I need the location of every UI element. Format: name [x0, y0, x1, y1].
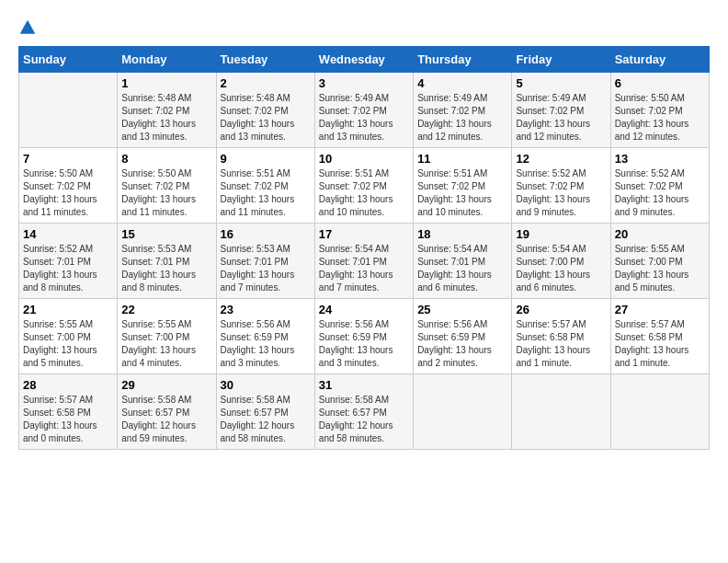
calendar-cell: 26Sunrise: 5:57 AM Sunset: 6:58 PM Dayli…: [512, 299, 610, 374]
calendar-cell: [512, 374, 610, 450]
calendar-cell: 9Sunrise: 5:51 AM Sunset: 7:02 PM Daylig…: [216, 148, 314, 224]
calendar-cell: 27Sunrise: 5:57 AM Sunset: 6:58 PM Dayli…: [610, 299, 709, 374]
calendar-cell: 7Sunrise: 5:50 AM Sunset: 7:02 PM Daylig…: [19, 148, 118, 224]
calendar-cell: 15Sunrise: 5:53 AM Sunset: 7:01 PM Dayli…: [118, 224, 216, 299]
calendar-cell: 11Sunrise: 5:51 AM Sunset: 7:02 PM Dayli…: [414, 148, 512, 224]
day-info: Sunrise: 5:51 AM Sunset: 7:02 PM Dayligh…: [417, 167, 507, 219]
page-header: [18, 18, 710, 37]
day-number: 31: [319, 378, 409, 392]
day-number: 28: [23, 378, 113, 392]
calendar-cell: 21Sunrise: 5:55 AM Sunset: 7:00 PM Dayli…: [19, 299, 118, 374]
day-number: 14: [23, 227, 113, 241]
day-number: 19: [516, 227, 606, 241]
day-number: 1: [121, 76, 211, 90]
day-header-thursday: Thursday: [414, 47, 512, 73]
calendar-cell: [19, 73, 118, 148]
day-info: Sunrise: 5:58 AM Sunset: 6:57 PM Dayligh…: [121, 394, 211, 445]
day-number: 15: [121, 227, 211, 241]
day-info: Sunrise: 5:56 AM Sunset: 6:59 PM Dayligh…: [221, 318, 311, 370]
calendar-table: SundayMondayTuesdayWednesdayThursdayFrid…: [18, 46, 710, 450]
calendar-week-row: 28Sunrise: 5:57 AM Sunset: 6:58 PM Dayli…: [19, 374, 710, 450]
day-info: Sunrise: 5:57 AM Sunset: 6:58 PM Dayligh…: [516, 318, 606, 370]
calendar-cell: 31Sunrise: 5:58 AM Sunset: 6:57 PM Dayli…: [314, 374, 413, 450]
day-number: 22: [121, 303, 211, 316]
calendar-cell: 30Sunrise: 5:58 AM Sunset: 6:57 PM Dayli…: [216, 374, 314, 450]
day-info: Sunrise: 5:56 AM Sunset: 6:59 PM Dayligh…: [417, 318, 507, 370]
day-info: Sunrise: 5:49 AM Sunset: 7:02 PM Dayligh…: [516, 92, 606, 144]
day-info: Sunrise: 5:52 AM Sunset: 7:02 PM Dayligh…: [615, 167, 705, 219]
day-info: Sunrise: 5:49 AM Sunset: 7:02 PM Dayligh…: [319, 92, 409, 144]
day-info: Sunrise: 5:58 AM Sunset: 6:57 PM Dayligh…: [221, 394, 311, 445]
day-number: 20: [615, 227, 705, 241]
day-info: Sunrise: 5:58 AM Sunset: 6:57 PM Dayligh…: [319, 394, 409, 445]
calendar-cell: [610, 374, 709, 450]
day-number: 30: [221, 378, 311, 392]
calendar-week-row: 1Sunrise: 5:48 AM Sunset: 7:02 PM Daylig…: [19, 73, 710, 148]
logo-icon: [18, 18, 37, 37]
day-info: Sunrise: 5:53 AM Sunset: 7:01 PM Dayligh…: [221, 243, 311, 294]
calendar-cell: 13Sunrise: 5:52 AM Sunset: 7:02 PM Dayli…: [610, 148, 709, 224]
calendar-cell: [414, 374, 512, 450]
day-info: Sunrise: 5:52 AM Sunset: 7:01 PM Dayligh…: [23, 243, 113, 294]
day-info: Sunrise: 5:50 AM Sunset: 7:02 PM Dayligh…: [615, 92, 705, 144]
calendar-cell: 6Sunrise: 5:50 AM Sunset: 7:02 PM Daylig…: [610, 73, 709, 148]
day-info: Sunrise: 5:49 AM Sunset: 7:02 PM Dayligh…: [417, 92, 507, 144]
day-info: Sunrise: 5:57 AM Sunset: 6:58 PM Dayligh…: [615, 318, 705, 370]
day-info: Sunrise: 5:50 AM Sunset: 7:02 PM Dayligh…: [23, 167, 113, 219]
calendar-cell: 24Sunrise: 5:56 AM Sunset: 6:59 PM Dayli…: [314, 299, 413, 374]
calendar-cell: 18Sunrise: 5:54 AM Sunset: 7:01 PM Dayli…: [414, 224, 512, 299]
day-header-monday: Monday: [118, 47, 216, 73]
day-header-tuesday: Tuesday: [216, 47, 314, 73]
logo: [18, 18, 44, 37]
calendar-week-row: 7Sunrise: 5:50 AM Sunset: 7:02 PM Daylig…: [19, 148, 710, 224]
calendar-cell: 2Sunrise: 5:48 AM Sunset: 7:02 PM Daylig…: [216, 73, 314, 148]
day-info: Sunrise: 5:51 AM Sunset: 7:02 PM Dayligh…: [319, 167, 409, 219]
calendar-week-row: 21Sunrise: 5:55 AM Sunset: 7:00 PM Dayli…: [19, 299, 710, 374]
day-info: Sunrise: 5:50 AM Sunset: 7:02 PM Dayligh…: [121, 167, 211, 219]
day-number: 21: [23, 303, 113, 316]
calendar-cell: 3Sunrise: 5:49 AM Sunset: 7:02 PM Daylig…: [314, 73, 413, 148]
day-info: Sunrise: 5:53 AM Sunset: 7:01 PM Dayligh…: [121, 243, 211, 294]
day-number: 17: [319, 227, 409, 241]
calendar-cell: 4Sunrise: 5:49 AM Sunset: 7:02 PM Daylig…: [414, 73, 512, 148]
day-number: 26: [516, 303, 606, 316]
day-number: 2: [221, 76, 311, 90]
day-number: 10: [319, 152, 409, 166]
day-number: 3: [319, 76, 409, 90]
calendar-week-row: 14Sunrise: 5:52 AM Sunset: 7:01 PM Dayli…: [19, 224, 710, 299]
day-info: Sunrise: 5:51 AM Sunset: 7:02 PM Dayligh…: [221, 167, 311, 219]
day-header-friday: Friday: [512, 47, 610, 73]
calendar-cell: 23Sunrise: 5:56 AM Sunset: 6:59 PM Dayli…: [216, 299, 314, 374]
day-info: Sunrise: 5:55 AM Sunset: 7:00 PM Dayligh…: [615, 243, 705, 294]
calendar-cell: 17Sunrise: 5:54 AM Sunset: 7:01 PM Dayli…: [314, 224, 413, 299]
day-number: 25: [417, 303, 507, 316]
calendar-cell: 10Sunrise: 5:51 AM Sunset: 7:02 PM Dayli…: [314, 148, 413, 224]
calendar-cell: 28Sunrise: 5:57 AM Sunset: 6:58 PM Dayli…: [19, 374, 118, 450]
calendar-cell: 16Sunrise: 5:53 AM Sunset: 7:01 PM Dayli…: [216, 224, 314, 299]
calendar-cell: 14Sunrise: 5:52 AM Sunset: 7:01 PM Dayli…: [19, 224, 118, 299]
day-number: 16: [221, 227, 311, 241]
day-number: 29: [121, 378, 211, 392]
day-info: Sunrise: 5:52 AM Sunset: 7:02 PM Dayligh…: [516, 167, 606, 219]
svg-marker-0: [20, 20, 36, 34]
day-number: 11: [417, 152, 507, 166]
day-number: 9: [221, 152, 311, 166]
day-info: Sunrise: 5:57 AM Sunset: 6:58 PM Dayligh…: [23, 394, 113, 445]
calendar-cell: 12Sunrise: 5:52 AM Sunset: 7:02 PM Dayli…: [512, 148, 610, 224]
day-info: Sunrise: 5:48 AM Sunset: 7:02 PM Dayligh…: [221, 92, 311, 144]
day-number: 18: [417, 227, 507, 241]
day-info: Sunrise: 5:54 AM Sunset: 7:00 PM Dayligh…: [516, 243, 606, 294]
day-number: 8: [121, 152, 211, 166]
day-info: Sunrise: 5:55 AM Sunset: 7:00 PM Dayligh…: [23, 318, 113, 370]
calendar-cell: 29Sunrise: 5:58 AM Sunset: 6:57 PM Dayli…: [118, 374, 216, 450]
calendar-cell: 20Sunrise: 5:55 AM Sunset: 7:00 PM Dayli…: [610, 224, 709, 299]
day-header-sunday: Sunday: [19, 47, 118, 73]
calendar-cell: 5Sunrise: 5:49 AM Sunset: 7:02 PM Daylig…: [512, 73, 610, 148]
calendar-header-row: SundayMondayTuesdayWednesdayThursdayFrid…: [19, 47, 710, 73]
calendar-cell: 25Sunrise: 5:56 AM Sunset: 6:59 PM Dayli…: [414, 299, 512, 374]
calendar-cell: 1Sunrise: 5:48 AM Sunset: 7:02 PM Daylig…: [118, 73, 216, 148]
day-header-saturday: Saturday: [610, 47, 709, 73]
calendar-cell: 8Sunrise: 5:50 AM Sunset: 7:02 PM Daylig…: [118, 148, 216, 224]
day-info: Sunrise: 5:48 AM Sunset: 7:02 PM Dayligh…: [121, 92, 211, 144]
day-number: 27: [615, 303, 705, 316]
